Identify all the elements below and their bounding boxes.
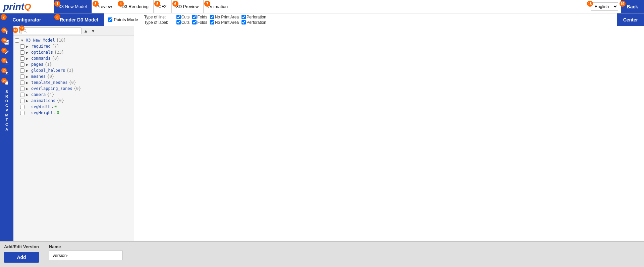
type-of-label-label: Type of label: (144, 20, 174, 25)
split-up-icon[interactable]: 15 ⬆ (1, 28, 12, 37)
line-folds-checkbox[interactable] (192, 15, 197, 19)
meshes-checkbox[interactable] (20, 74, 24, 79)
camera-arrow: ▶ (26, 93, 30, 97)
optionals-arrow: ▶ (26, 51, 30, 54)
overlapping-zones-arrow: ▶ (26, 87, 30, 91)
tree-arrow-up[interactable]: ▲ (83, 28, 89, 34)
points-mode-checkbox[interactable] (108, 17, 112, 22)
side-letter-p[interactable]: P (1, 108, 12, 113)
tree-root[interactable]: ▼ X3 New Model {18} (13, 37, 134, 43)
tab-3d-preview[interactable]: 6 3D Preview (172, 0, 204, 13)
label-perforation-label: Perforation (241, 20, 266, 25)
search-input[interactable] (21, 28, 82, 34)
canvas-area (134, 26, 644, 241)
points-mode-label: Points Mode (114, 17, 138, 22)
tree-arrow-down[interactable]: ▼ (90, 28, 96, 34)
side-letter-o[interactable]: O (1, 99, 12, 103)
side-letter-a[interactable]: A (1, 127, 12, 131)
second-bar: 2 Configurator 8 Render D3 Model Points … (0, 13, 644, 26)
tree-optionals[interactable]: ▶ optionals {23} (13, 49, 134, 55)
overlapping-zones-count: {0} (74, 86, 81, 91)
main-area: 9 15 ⬆ 16 ⬇ 10 11 12 13 (0, 26, 644, 241)
badge-17: 17 (19, 25, 24, 31)
label-no-print-area-checkbox[interactable] (210, 20, 214, 24)
root-name: X3 New Model (26, 38, 55, 43)
label-folds-checkbox[interactable] (192, 20, 197, 24)
meshes-arrow: ▶ (26, 75, 30, 78)
tree-camera[interactable]: ▶ camera {4} (13, 92, 134, 98)
optionals-checkbox[interactable] (20, 50, 24, 55)
back-section: 19 Back (621, 0, 644, 13)
tab-cf2[interactable]: 5 CF2 (154, 0, 172, 13)
tab-d3-rendering[interactable]: 4 D3 Rendering (117, 0, 154, 13)
line-cuts-checkbox[interactable] (176, 15, 181, 19)
version-input[interactable] (49, 251, 123, 260)
commands-checkbox[interactable] (20, 56, 24, 61)
line-no-print-area-label: No Print Area (210, 15, 239, 19)
global-helpers-checkbox[interactable] (20, 68, 24, 73)
tree-global-helpers[interactable]: ▶ global_helpers {3} (13, 67, 134, 73)
add-button[interactable]: Add (4, 252, 39, 263)
tree-svg-width[interactable]: ▶ svgWidth : 0 (13, 104, 134, 110)
label-folds-label: Folds (192, 20, 207, 25)
tree-template-meshes[interactable]: ▶ template_meshes {0} (13, 79, 134, 86)
badge-6: 6 (172, 1, 178, 7)
animations-checkbox[interactable] (20, 99, 24, 103)
side-letter-c2[interactable]: C (1, 122, 12, 127)
delete-icon[interactable]: 14 (1, 78, 12, 87)
edit-icon[interactable]: 11 (1, 48, 12, 57)
label-cuts-checkbox[interactable] (176, 20, 181, 24)
overlapping-zones-checkbox[interactable] (20, 87, 24, 91)
tree-toolbar: 17 ▲ ▼ (13, 26, 134, 36)
label-no-print-area-label: No Print Area (210, 20, 239, 25)
tab-x3-new-model[interactable]: 1 X3 New Model (54, 0, 92, 13)
svg-width-checkbox[interactable] (20, 105, 24, 109)
side-letter-r[interactable]: R (1, 94, 12, 99)
configurator-button[interactable]: Configurator (0, 13, 54, 26)
language-select[interactable]: English German French (591, 2, 618, 11)
new-file-icon[interactable]: 9 (0, 28, 1, 37)
configurator-section: 2 Configurator (0, 13, 54, 26)
upload-icon[interactable]: 13 (1, 68, 12, 77)
root-count: {18} (56, 38, 66, 43)
animations-name: animations (31, 98, 55, 103)
required-count: {7} (52, 44, 59, 49)
template-meshes-checkbox[interactable] (20, 81, 24, 85)
svg-height-checkbox[interactable] (20, 111, 24, 115)
meshes-name: meshes (31, 74, 46, 79)
points-mode-section: Points Mode (108, 17, 138, 22)
tree-pages[interactable]: ▶ pages {1} (13, 61, 134, 67)
side-letter-c[interactable]: C (1, 103, 12, 108)
side-letter-m[interactable]: M (1, 113, 12, 117)
badge-18: 18 (587, 1, 593, 7)
line-folds-label: Folds (192, 15, 207, 19)
type-of-line-label: Type of line: (144, 15, 174, 19)
root-checkbox[interactable] (15, 38, 19, 43)
template-meshes-count: {0} (69, 80, 76, 85)
camera-checkbox[interactable] (20, 93, 24, 97)
tree-animations[interactable]: ▶ animations {0} (13, 98, 134, 104)
commands-name: commands (31, 56, 51, 61)
line-no-print-area-checkbox[interactable] (210, 15, 214, 19)
side-letter-s[interactable]: S (1, 89, 12, 94)
save-icon[interactable]: 10 (1, 38, 12, 47)
tree-commands[interactable]: ▶ commands {0} (13, 55, 134, 61)
pages-checkbox[interactable] (20, 62, 24, 67)
line-perforation-checkbox[interactable] (241, 15, 246, 19)
download-icon[interactable]: 12 (1, 58, 12, 67)
side-letter-t[interactable]: T (1, 117, 12, 122)
tab-preview[interactable]: 3 Preview (92, 0, 117, 13)
render-d3-button[interactable]: Render D3 Model (54, 13, 104, 26)
label-cuts-label: Cuts (176, 20, 190, 25)
tree-svg-height[interactable]: ▶ svgHeight : 0 (13, 110, 134, 116)
tree-overlapping-zones[interactable]: ▶ overlapping_zones {0} (13, 86, 134, 92)
add-edit-section: Add/Edit Version Add (4, 244, 39, 263)
pages-count: {1} (45, 62, 52, 67)
center-button[interactable]: Center (617, 13, 644, 26)
logo-text: printQ (3, 1, 31, 12)
tree-required[interactable]: ▶ required {7} (13, 43, 134, 49)
tab-animation[interactable]: 7 Animation (204, 0, 232, 13)
label-perforation-checkbox[interactable] (241, 20, 246, 24)
tree-meshes[interactable]: ▶ meshes {0} (13, 73, 134, 79)
required-checkbox[interactable] (20, 44, 24, 49)
